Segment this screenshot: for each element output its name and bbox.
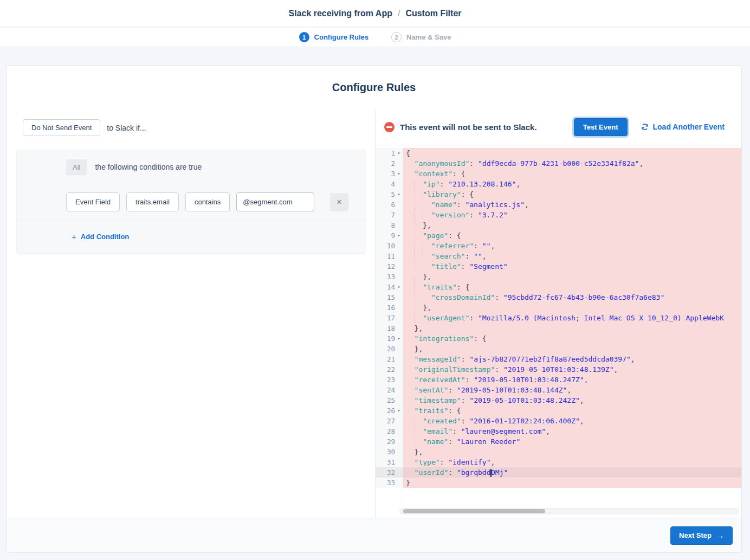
code-line-content[interactable]: "name": "Lauren Reeder" [403,436,741,447]
code-line[interactable]: 13}, [376,272,741,282]
code-line[interactable]: 27"created": "2016-01-12T02:24:06.400Z", [376,416,741,426]
code-line[interactable]: 22"originalTimestamp": "2019-05-10T01:03… [376,364,741,375]
code-line-content[interactable]: "anonymousId": "ddf9ecda-977b-4231-b000-… [403,158,741,169]
code-line-content[interactable]: "userAgent": "Mozilla/5.0 (Macintosh; In… [403,313,741,323]
fold-arrow-icon[interactable]: ▾ [395,405,403,416]
code-line[interactable]: 15"crossDomainId": "95cbdd72-fc67-4b43-b… [376,292,741,302]
code-line[interactable]: 9▾"page": { [376,230,741,241]
json-editor[interactable]: 1▾{2"anonymousId": "ddf9ecda-977b-4231-b… [376,145,741,518]
code-line-content[interactable]: "traits": { [403,282,741,292]
code-line-content[interactable]: }, [403,344,741,354]
json-punctuation: : [469,314,478,322]
code-line[interactable]: 32"userId": "bgrqbddDMj" [376,467,741,478]
code-line[interactable]: 33} [376,478,741,488]
code-line[interactable]: 19▾"integrations": { [376,333,741,344]
code-line-content[interactable]: "title": "Segment" [403,261,741,272]
step-configure-rules[interactable]: 1 Configure Rules [299,32,368,42]
code-line-content[interactable]: "name": "analytics.js", [403,199,741,210]
code-line-content[interactable]: "context": { [403,169,741,179]
code-line-content[interactable]: "ip": "210.13.208.146", [403,179,741,189]
condition-field-dropdown[interactable]: traits.email [126,192,179,211]
fold-arrow-icon[interactable]: ▾ [395,282,403,292]
code-line-content[interactable]: } [403,478,741,488]
load-another-event-button[interactable]: Load Another Event [641,123,725,131]
add-condition-button[interactable]: + Add Condition [72,232,129,241]
json-string: "Segment" [469,262,507,271]
code-line-content[interactable]: "originalTimestamp": "2019-05-10T01:03:4… [403,364,741,375]
code-line-content[interactable]: "timestamp": "2019-05-10T01:03:48.242Z", [403,395,741,405]
condition-operator-dropdown[interactable]: contains [185,192,230,211]
code-line[interactable]: 18}, [376,323,741,333]
code-line[interactable]: 2"anonymousId": "ddf9ecda-977b-4231-b000… [376,158,741,169]
code-line[interactable]: 17"userAgent": "Mozilla/5.0 (Macintosh; … [376,313,741,323]
match-type-badge[interactable]: All [66,159,87,175]
code-line-content[interactable]: }, [403,220,741,230]
code-line[interactable]: 23"receivedAt": "2019-05-10T01:03:48.247… [376,375,741,385]
code-line[interactable]: 31"type": "identify", [376,457,741,467]
code-line-content[interactable]: }, [403,447,741,457]
code-line-content[interactable]: "search": "", [403,251,741,261]
code-line[interactable]: 11"search": "", [376,251,741,261]
code-line-content[interactable]: "created": "2016-01-12T02:24:06.400Z", [403,416,741,426]
code-line[interactable]: 24"sentAt": "2019-05-10T01:03:48.144Z", [376,385,741,395]
code-line[interactable]: 28"email": "lauren@segment.com", [376,426,741,436]
code-line[interactable]: 29"name": "Lauren Reeder" [376,436,741,447]
code-line-content[interactable]: "type": "identify", [403,457,741,467]
code-line[interactable]: 3▾"context": { [376,169,741,179]
code-line[interactable]: 10"referrer": "", [376,241,741,251]
code-line-content[interactable]: }, [403,323,741,333]
code-line[interactable]: 30}, [376,447,741,457]
fold-arrow-icon[interactable]: ▾ [395,230,403,241]
code-line[interactable]: 12"title": "Segment" [376,261,741,272]
step-name-save[interactable]: 2 Name & Save [391,32,451,42]
code-line-content[interactable]: }, [403,302,741,313]
code-line-content[interactable]: "userId": "bgrqbddDMj" [403,467,741,478]
code-line[interactable]: 25"timestamp": "2019-05-10T01:03:48.242Z… [376,395,741,405]
horizontal-scrollbar[interactable] [399,508,739,514]
test-event-button[interactable]: Test Event [574,118,628,136]
condition-field-type-dropdown[interactable]: Event Field [66,192,120,211]
json-punctuation: : [495,293,503,301]
code-line-content[interactable]: "traits": { [403,405,741,416]
fold-arrow-icon[interactable]: ▾ [395,189,403,199]
remove-condition-button[interactable]: × [330,193,348,211]
step-1-circle: 1 [299,32,309,42]
indent-guide [406,416,415,426]
breadcrumb-source[interactable]: Slack receiving from App [288,9,392,18]
fold-arrow-icon[interactable]: ▾ [395,169,403,179]
json-string: "210.13.208.146" [448,180,516,188]
code-line-content[interactable]: "page": { [403,230,741,241]
code-line[interactable]: 8}, [376,220,741,230]
code-line[interactable]: 14▾"traits": { [376,282,741,292]
code-line[interactable]: 6"name": "analytics.js", [376,199,741,210]
code-line[interactable]: 5▾"library": { [376,189,741,199]
code-line-content[interactable]: { [403,148,741,158]
code-line-content[interactable]: "library": { [403,189,741,199]
line-number: 25 [387,395,395,405]
scrollbar-thumb[interactable] [403,509,545,513]
json-string: "95cbdd72-fc67-4b43-b90e-6ac30f7a6e83" [503,293,664,301]
code-line-content[interactable]: "receivedAt": "2019-05-10T01:03:48.247Z"… [403,375,741,385]
json-key: "type" [415,458,440,466]
code-line-content[interactable]: "referrer": "", [403,241,741,251]
code-line[interactable]: 7"version": "3.7.2" [376,210,741,220]
code-line-content[interactable]: "sentAt": "2019-05-10T01:03:48.144Z", [403,385,741,395]
code-line[interactable]: 16}, [376,302,741,313]
code-line[interactable]: 20}, [376,344,741,354]
code-line-content[interactable]: }, [403,272,741,282]
code-line-content[interactable]: "version": "3.7.2" [403,210,741,220]
condition-value-input[interactable] [236,192,314,211]
code-line-content[interactable]: "crossDomainId": "95cbdd72-fc67-4b43-b90… [403,292,741,302]
send-action-dropdown[interactable]: Do Not Send Event [23,119,100,136]
code-line[interactable]: 26▾"traits": { [376,405,741,416]
code-line[interactable]: 1▾{ [376,148,741,158]
fold-arrow-icon[interactable]: ▾ [395,333,403,344]
code-line-content[interactable]: "email": "lauren@segment.com", [403,426,741,436]
code-line[interactable]: 4"ip": "210.13.208.146", [376,179,741,189]
next-step-button[interactable]: Next Step → [670,526,733,545]
fold-arrow-icon[interactable]: ▾ [395,148,403,158]
code-line-content[interactable]: "integrations": { [403,333,741,344]
code-line-content[interactable]: "messageId": "ajs-7b8270771eb2f1f8a87eed… [403,354,741,364]
code-line[interactable]: 21"messageId": "ajs-7b8270771eb2f1f8a87e… [376,354,741,364]
line-gutter: 13 [376,272,403,282]
